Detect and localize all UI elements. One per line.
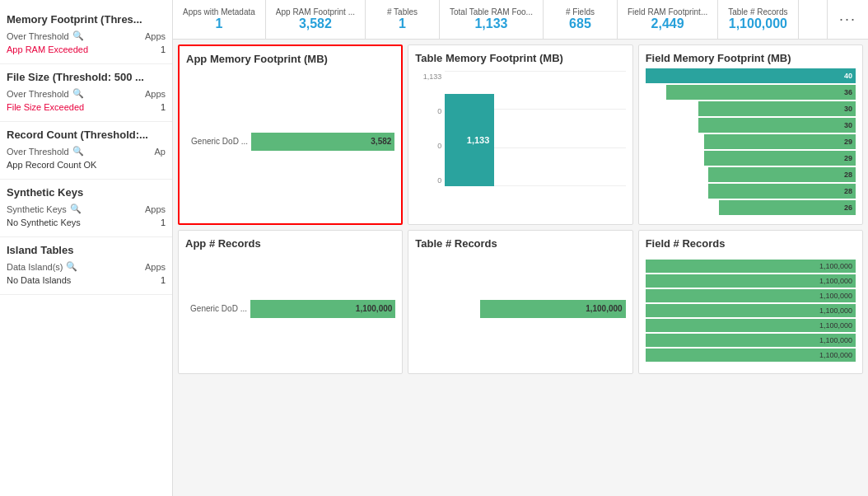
field-mem-fill-7: 28: [708, 184, 856, 199]
app-memory-title: App Memory Footprint (MB): [186, 53, 394, 65]
app-records-chart: App # Records Generic DoD ... 1,100,000: [178, 230, 403, 374]
metric-num-tables-value: 1: [399, 16, 406, 31]
sidebar-section-recordcount: Record Count (Threshold:... Over Thresho…: [0, 122, 172, 180]
field-mem-fill-6: 28: [708, 167, 856, 182]
app-memory-bar-container-0: 3,582: [251, 133, 394, 151]
metric-field-ram-footprint[interactable]: Field RAM Footprint... 2,449: [618, 0, 718, 39]
sidebar-section-filesize: File Size (Threshold: 500 ... Over Thres…: [0, 64, 172, 122]
field-mem-bar-7: 28: [646, 184, 856, 199]
fr-bar-2: 1,100,000: [646, 289, 856, 302]
fr-row-5: 1,100,000: [646, 334, 856, 347]
table-records-chart: Table # Records 1,100,000: [408, 230, 632, 374]
more-icon[interactable]: ···: [839, 11, 856, 28]
metric-apps-with-metadata[interactable]: Apps with Metadata 1: [173, 0, 266, 39]
metric-total-table-ram-value: 1,133: [474, 16, 507, 31]
app-memory-bars: Generic DoD ... 3,582: [186, 72, 394, 211]
metric-app-ram-value: 3,582: [299, 16, 332, 31]
recordcount-col-header: Ap: [155, 147, 166, 157]
metric-app-ram-label: App RAM Footprint ...: [276, 7, 355, 16]
field-records-title: Field # Records: [646, 237, 856, 250]
fr-row-2: 1,100,000: [646, 289, 856, 302]
field-records-chart: Field # Records 1,100,000 1,100,000 1,10…: [638, 230, 863, 374]
table-memory-layout: 1,133 0 0 0 1,133: [415, 71, 625, 186]
metric-num-fields[interactable]: # Fields 685: [544, 0, 618, 39]
memory-search-icon[interactable]: 🔍: [72, 30, 84, 41]
metric-field-ram-label: Field RAM Footprint...: [628, 7, 707, 16]
fr-row-0: 1,100,000: [646, 260, 856, 273]
field-mem-bar-6: 28: [646, 167, 856, 182]
app-records-title: App # Records: [185, 237, 395, 250]
metric-total-table-ram[interactable]: Total Table RAM Foo... 1,133: [440, 0, 544, 39]
recordcount-over-threshold-label: Over Threshold: [7, 147, 69, 157]
islandtables-filter-row: Data Island(s) 🔍 Apps: [7, 261, 166, 272]
fr-row-6: 1,100,000: [646, 349, 856, 362]
app-ram-exceeded-label[interactable]: App RAM Exceeded: [7, 44, 157, 54]
metric-apps-with-metadata-value: 1: [215, 16, 222, 31]
field-mem-fill-0: 40: [646, 68, 856, 83]
metric-num-tables[interactable]: # Tables 1: [366, 0, 440, 39]
islandtables-col-header: Apps: [145, 262, 166, 272]
field-mem-bar-5: 29: [646, 151, 856, 166]
recordcount-search-icon[interactable]: 🔍: [72, 146, 84, 157]
metric-apps-with-metadata-label: Apps with Metadata: [183, 7, 255, 16]
file-size-exceeded-value: 1: [157, 102, 166, 112]
synthetickeys-search-icon[interactable]: 🔍: [70, 204, 82, 214]
app-record-count-ok-label[interactable]: App Record Count OK: [7, 160, 162, 170]
table-memory-bars-area: 1,133: [445, 71, 625, 186]
sidebar-section-synthetickeys: Synthetic Keys Synthetic Keys 🔍 Apps No …: [0, 180, 172, 237]
field-mem-fill-4: 29: [704, 134, 856, 149]
metric-field-ram-value: 2,449: [651, 16, 684, 31]
synthetickeys-filter-row: Synthetic Keys 🔍 Apps: [7, 204, 166, 214]
field-memory-chart: Field Memory Footprint (MB) 40 36 30 30: [638, 44, 863, 225]
app-records-bar-fill-0: 1,100,000: [250, 300, 395, 318]
app-records-bar-row-0: Generic DoD ... 1,100,000: [185, 300, 395, 318]
metrics-bar: Apps with Metadata 1 App RAM Footprint .…: [173, 0, 868, 40]
metric-num-fields-label: # Fields: [566, 7, 595, 16]
metric-more-button[interactable]: ···: [827, 0, 868, 39]
filesize-search-icon[interactable]: 🔍: [72, 88, 84, 99]
sidebar-section-memory: Memory Footprint (Thres... Over Threshol…: [0, 7, 172, 64]
table-memory-bar-teal: 1,133: [445, 94, 494, 186]
table-records-bar-row-0: 1,100,000: [415, 300, 625, 318]
fr-bar-3: 1,100,000: [646, 304, 856, 317]
metric-table-records[interactable]: Table # Records 1,100,000: [718, 0, 798, 39]
memory-col-header: Apps: [145, 31, 166, 41]
fr-bar-0: 1,100,000: [646, 260, 856, 273]
synthetickeys-col-header: Apps: [145, 204, 166, 214]
recordcount-title: Record Count (Threshold:...: [7, 129, 166, 141]
recordcount-data-row: App Record Count OK: [7, 159, 166, 171]
field-mem-bar-1: 36: [646, 85, 856, 100]
memory-filter-row: Over Threshold 🔍 Apps: [7, 30, 166, 41]
app-records-bar-label-0: Generic DoD ...: [185, 304, 247, 313]
field-mem-fill-1: 36: [666, 85, 856, 100]
islandtables-search-icon[interactable]: 🔍: [66, 261, 77, 272]
table-memory-y-axis: 1,133 0 0 0: [415, 71, 445, 186]
table-records-bar-fill-0: 1,100,000: [480, 300, 625, 318]
app-records-bars: Generic DoD ... 1,100,000: [185, 256, 395, 361]
no-synthetic-keys-label[interactable]: No Synthetic Keys: [7, 218, 157, 227]
app-memory-bar-label-0: Generic DoD ...: [186, 137, 248, 146]
no-data-islands-value: 1: [157, 275, 166, 285]
sidebar: Memory Footprint (Thres... Over Threshol…: [0, 0, 173, 496]
field-mem-fill-8: 26: [719, 200, 856, 215]
fr-bar-4: 1,100,000: [646, 319, 856, 332]
islandtables-data-row: No Data Islands 1: [7, 274, 166, 286]
app-ram-exceeded-value: 1: [157, 44, 166, 54]
main-content: Apps with Metadata 1 App RAM Footprint .…: [173, 0, 868, 496]
file-size-exceeded-label[interactable]: File Size Exceeded: [7, 102, 157, 112]
no-synthetic-keys-value: 1: [157, 218, 166, 227]
field-mem-bar-8: 26: [646, 200, 856, 215]
islandtables-title: Island Tables: [7, 244, 166, 256]
filesize-data-row: File Size Exceeded 1: [7, 101, 166, 113]
field-records-bars: 1,100,000 1,100,000 1,100,000 1,100,000: [646, 256, 856, 365]
field-memory-title: Field Memory Footprint (MB): [646, 52, 856, 64]
memory-footprint-title: Memory Footprint (Thres...: [7, 13, 166, 26]
fr-row-3: 1,100,000: [646, 304, 856, 317]
metric-app-ram-footprint[interactable]: App RAM Footprint ... 3,582: [266, 0, 366, 39]
filesize-col-header: Apps: [145, 89, 166, 99]
table-memory-chart: Table Memory Footprint (MB) 1,133 0 0 0: [408, 44, 632, 225]
field-mem-fill-5: 29: [704, 151, 856, 166]
fr-bar-1: 1,100,000: [646, 274, 856, 288]
no-data-islands-label[interactable]: No Data Islands: [7, 275, 157, 285]
y-label-0a: 0: [437, 107, 441, 115]
